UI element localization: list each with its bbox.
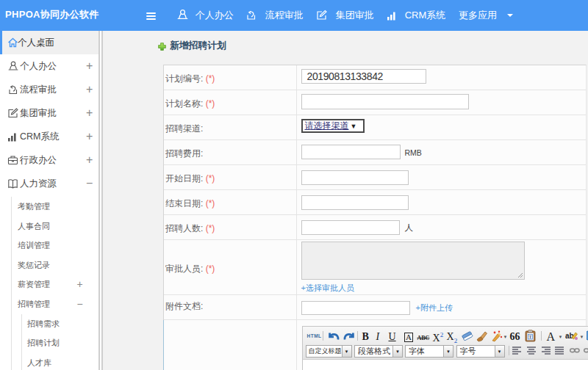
svg-text:T: T — [528, 334, 531, 339]
svg-text:ab: ab — [565, 332, 574, 340]
